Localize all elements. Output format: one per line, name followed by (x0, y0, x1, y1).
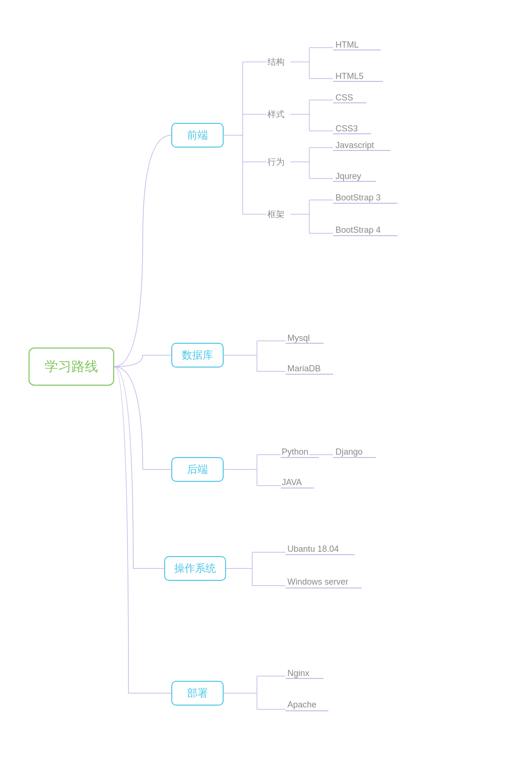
os-label: 操作系统 (174, 561, 216, 576)
leaf-bootstrap4: BootStrap 4 (335, 225, 381, 235)
leaf-mysql: Mysql (287, 333, 310, 343)
leaf-bootstrap3: BootStrap 3 (335, 193, 381, 203)
root-node: 学习路线 (29, 348, 114, 386)
line-bootstrap3 (333, 203, 397, 204)
line-mariadb (286, 374, 333, 375)
leaf-apache: Apache (287, 700, 316, 710)
line-bootstrap4 (333, 235, 397, 236)
line-nginx (286, 678, 324, 679)
branch-node-os: 操作系统 (164, 556, 226, 581)
leaf-css3: CSS3 (335, 124, 358, 134)
line-ubuntu (286, 554, 355, 555)
leaf-jquery: Jqurey (335, 171, 361, 181)
database-label: 数据库 (182, 348, 213, 362)
mindmap-container: 学习路线 前端 结构 HTML HTML5 样式 CSS CSS3 行为 Jav… (0, 0, 532, 777)
line-apache (286, 710, 328, 711)
line-java (281, 488, 314, 488)
branch-node-frontend: 前端 (171, 123, 224, 148)
line-html5 (333, 81, 383, 82)
sub-label-structure: 结构 (267, 56, 285, 68)
branch-node-backend: 后端 (171, 457, 224, 482)
line-mysql (286, 343, 324, 344)
root-label: 学习路线 (45, 358, 98, 376)
line-css3 (333, 133, 371, 134)
line-html (333, 50, 381, 50)
branch-node-database: 数据库 (171, 343, 224, 368)
leaf-html5: HTML5 (335, 71, 364, 81)
leaf-ubuntu: Ubantu 18.04 (287, 544, 339, 554)
leaf-django: Django (335, 447, 363, 457)
frontend-label: 前端 (187, 128, 208, 142)
line-django (333, 457, 376, 458)
sub-label-python: Python (282, 447, 308, 457)
line-css (333, 102, 366, 103)
sub-label-java: JAVA (282, 478, 302, 488)
line-jquery (333, 181, 376, 182)
branch-node-deploy: 部署 (171, 681, 224, 706)
leaf-css: CSS (335, 93, 353, 103)
leaf-nginx: Nginx (287, 668, 309, 678)
leaf-html: HTML (335, 40, 359, 50)
line-python (281, 457, 319, 458)
backend-label: 后端 (187, 462, 208, 477)
leaf-windows: Windows server (287, 577, 348, 587)
sub-label-behavior: 行为 (267, 156, 285, 168)
line-windows (286, 588, 362, 588)
connectors-svg (0, 0, 532, 777)
sub-label-style: 样式 (267, 109, 285, 120)
leaf-javascript: Javascript (335, 140, 374, 150)
deploy-label: 部署 (187, 686, 208, 700)
leaf-mariadb: MariaDB (287, 364, 321, 374)
line-javascript (333, 150, 390, 151)
sub-label-framework: 框架 (267, 209, 285, 220)
